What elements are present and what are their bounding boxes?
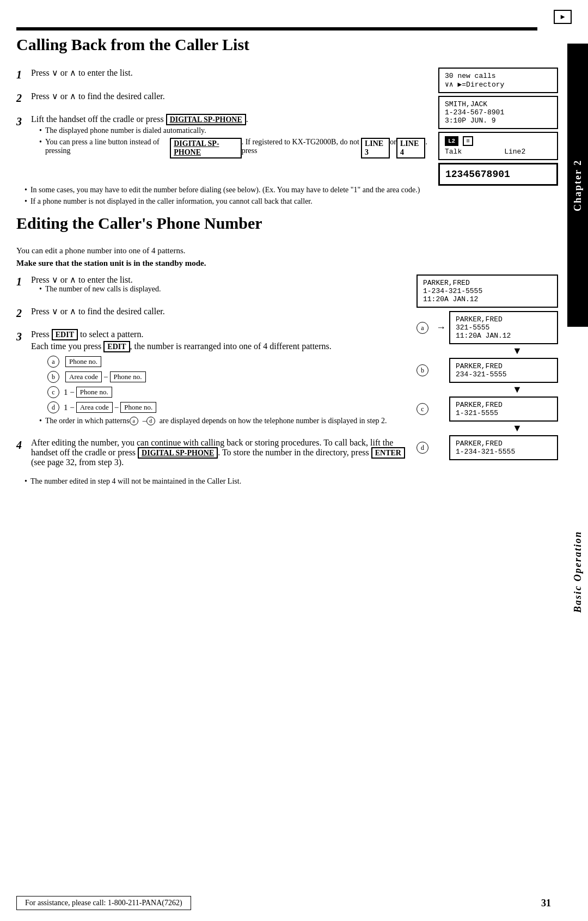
step1: 1 Press ∨ or ∧ to enter the list. (16, 68, 427, 81)
pattern-screen-c: c PARKER,FRED 1-321-5555 (416, 397, 558, 422)
pattern-list: a Phone no. b Area code − Phone no. (47, 356, 408, 413)
digital-sp-phone-btn-2[interactable]: DIGITAL SP-PHONE (170, 138, 241, 158)
line-indicator-outline: ≡ (463, 136, 473, 146)
screen-c-line1: PARKER,FRED (456, 401, 552, 409)
standby-bold: Make sure that the station unit is in th… (16, 259, 206, 267)
screen2: SMITH,JACK 1-234-567-8901 3:10P JUN. 9 (438, 96, 558, 129)
edit-btn-1[interactable]: EDIT (52, 329, 78, 340)
pattern-d-label: d (47, 401, 59, 413)
pattern-b-value2: Phone no. (110, 371, 146, 382)
step3-bullet1: The displayed phone number is dialed aut… (39, 126, 427, 135)
pattern-b-dash: − (103, 373, 108, 382)
down-arrow-1: ∨ (52, 68, 58, 77)
digital-sp-phone-btn-1[interactable]: DIGITAL SP-PHONE (166, 114, 246, 125)
screen-a-line2: 321-5555 (456, 324, 552, 332)
nav-arrow-box[interactable]: ► (554, 10, 572, 24)
step1-text: Press ∨ or ∧ to enter the list. (31, 68, 427, 78)
step2-suffix: to find the desired caller. (78, 92, 165, 101)
arrow-down-ab: ▼ (476, 344, 558, 358)
pattern-a-value: Phone no. (65, 356, 101, 367)
s2-step1-suffix: to enter the list. (78, 275, 133, 284)
chapter-sidebar: Chapter 2 (567, 44, 588, 327)
s2-step1: 1 Press ∨ or ∧ to enter the list. The nu… (16, 275, 408, 296)
initial-screen-line1: PARKER,FRED (423, 279, 552, 287)
top-nav: ► (554, 10, 572, 24)
arrow-down-bc: ▼ (476, 383, 558, 397)
screen-b-line1: PARKER,FRED (456, 362, 552, 370)
screen2-line1: SMITH,JACK (445, 100, 552, 108)
press-label-1: Press (31, 68, 52, 77)
s2-down-arrow-1: ∨ (52, 275, 58, 284)
screen3-line1: Talk Line2 (445, 148, 552, 156)
screen-c-line2: 1-321-5555 (456, 409, 552, 417)
pattern-d-dash: − (114, 403, 119, 412)
s2-or-label-1: or (60, 275, 70, 284)
pattern-c: c 1 − Phone no. (47, 386, 408, 398)
basic-operation-label: Basic Operation (572, 531, 584, 613)
pattern-screen-a-label: a (416, 322, 428, 334)
s2-step1-number: 1 (16, 276, 28, 288)
page-wrapper: ► Chapter 2 Basic Operation Calling Back… (0, 0, 588, 921)
s2-up-arrow-2: ∧ (70, 307, 76, 316)
screen-d-line2: 1-234-321-5555 (456, 448, 552, 456)
screen3: L2 ≡ Talk Line2 (438, 132, 558, 160)
line3-btn[interactable]: LINE 3 (361, 138, 390, 158)
pattern-c-1: 1 − (64, 388, 75, 397)
s2-step4: 4 After editing the number, you can cont… (16, 438, 408, 467)
section2-title: Editing the Caller's Phone Number (16, 214, 558, 233)
screen-b: PARKER,FRED 234-321-5555 (449, 358, 558, 383)
edit-btn-2[interactable]: EDIT (103, 341, 130, 352)
section1: Calling Back from the Caller List 1 Pres… (16, 35, 558, 206)
section2: Editing the Caller's Phone Number You ca… (16, 214, 558, 489)
pattern-d-value2: Phone no. (120, 402, 156, 413)
step2-number: 2 (16, 92, 28, 105)
s2-step4-text: After editing the number, you can contin… (31, 438, 408, 467)
footer-assistance-box: For assistance, please call: 1-800-211-P… (16, 896, 191, 910)
pattern-screen-d-label: d (416, 442, 428, 454)
pattern-c-label: c (47, 386, 59, 398)
initial-screen: PARKER,FRED 1-234-321-5555 11:20A JAN.12 (416, 275, 558, 308)
step3-text: Lift the handset off the cradle or press… (31, 114, 427, 161)
step2: 2 Press ∨ or ∧ to find the desired calle… (16, 91, 427, 105)
pattern-note: The order in which patterns a – d are di… (39, 417, 408, 425)
enter-btn[interactable]: ENTER (371, 447, 405, 459)
section2-right: PARKER,FRED 1-234-321-5555 11:20A JAN.12… (416, 275, 558, 460)
top-border (16, 27, 537, 31)
screen-c: PARKER,FRED 1-321-5555 (449, 397, 558, 422)
arrow-down-cd: ▼ (476, 422, 558, 435)
s2-step3-detail: Each time you press EDIT, the number is … (31, 341, 408, 351)
line4-btn[interactable]: LINE 4 (396, 138, 425, 158)
final-note: The number edited in step 4 will not be … (24, 477, 408, 486)
arrow-right-a: → (436, 322, 446, 333)
screen-a-line1: PARKER,FRED (456, 315, 552, 324)
pattern-note-d: d (146, 417, 155, 425)
up-arrow-1: ∧ (70, 68, 76, 77)
basic-operation-sidebar: Basic Operation (567, 327, 588, 817)
chapter-label: Chapter 2 (572, 159, 584, 211)
pattern-screen-c-label: c (416, 403, 428, 415)
or-label-1: or (60, 68, 70, 77)
up-arrow-2: ∧ (70, 92, 76, 101)
section1-steps: 1 Press ∨ or ∧ to enter the list. 2 (16, 68, 427, 171)
section1-screens: 30 new calls ∨∧ ▶=Directory SMITH,JACK 1… (438, 68, 558, 186)
screen1: 30 new calls ∨∧ ▶=Directory (438, 68, 558, 93)
pattern-b-value1: Area code (65, 371, 102, 382)
pattern-note-a: a (130, 417, 138, 425)
section2-left: 1 Press ∨ or ∧ to enter the list. The nu… (16, 275, 408, 489)
s2-step2-suffix: to find the desired caller. (78, 307, 165, 316)
s2-step1-bullet: The number of new calls is displayed. (39, 285, 408, 294)
l2-indicator: L2 (445, 136, 458, 146)
screen-d-line1: PARKER,FRED (456, 440, 552, 448)
pattern-screen-d: d PARKER,FRED 1-234-321-5555 (416, 435, 558, 460)
initial-screen-line3: 11:20A JAN.12 (423, 295, 552, 303)
s2-step3-number: 3 (16, 331, 28, 343)
step3-bullet2: You can press a line button instead of p… (39, 138, 427, 158)
main-content: Calling Back from the Caller List 1 Pres… (16, 0, 558, 489)
s2-or-label-2: or (60, 307, 70, 316)
step2-text: Press ∨ or ∧ to find the desired caller. (31, 91, 427, 101)
digital-sp-phone-btn-3[interactable]: DIGITAL SP-PHONE (138, 447, 218, 459)
pattern-d: d 1 − Area code − Phone no. (47, 401, 408, 413)
screen-a-line3: 11:20A JAN.12 (456, 332, 552, 340)
pattern-a-label: a (47, 356, 59, 368)
screen-d: PARKER,FRED 1-234-321-5555 (449, 435, 558, 460)
